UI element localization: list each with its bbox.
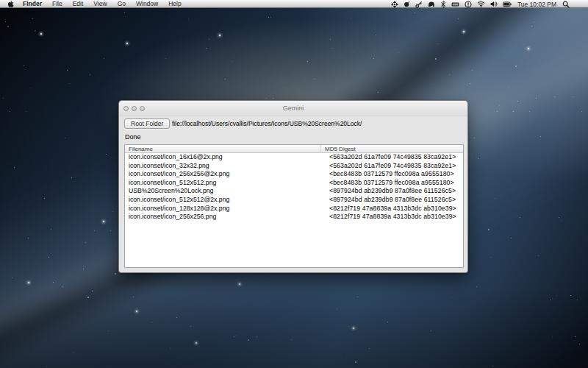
md5-cell: <8212f719 47a8839a 4313b3dc ab310e39> bbox=[329, 205, 456, 213]
menu-bar: Finder File Edit View Go Window Help bbox=[0, 0, 588, 8]
md5-cell: <563a202d 61a7fe09 74c49835 83ca92e1> bbox=[329, 153, 456, 162]
table-row[interactable]: USB%20Screen%20Lock.png<897924bd ab239db… bbox=[125, 187, 463, 196]
menu-item-help[interactable]: Help bbox=[163, 0, 186, 8]
table-row[interactable]: icon.iconset/icon_16x16@2x.png<563a202d … bbox=[125, 153, 463, 162]
md5-cell: <bec8483b 03712579 ffec098a a9555180> bbox=[329, 179, 454, 188]
magnifier-icon bbox=[562, 1, 570, 8]
table-row[interactable]: icon.iconset/icon_512x512@2x.png<897924b… bbox=[125, 196, 463, 205]
table-row[interactable]: icon.iconset/icon_128x128@2x.png<8212f71… bbox=[125, 205, 463, 213]
table-row[interactable]: icon.iconset/icon_512x512.png<bec8483b 0… bbox=[125, 179, 463, 188]
filename-cell: USB%20Screen%20Lock.png bbox=[129, 187, 213, 196]
zoom-button[interactable] bbox=[140, 106, 145, 111]
column-header-md5[interactable]: MD5 Digest bbox=[325, 145, 356, 153]
elephant-icon[interactable] bbox=[428, 1, 435, 8]
menu-item-edit[interactable]: Edit bbox=[68, 0, 89, 8]
menu-item-window[interactable]: Window bbox=[131, 0, 163, 8]
filename-cell: icon.iconset/icon_32x32.png bbox=[129, 162, 209, 171]
key-icon[interactable] bbox=[415, 1, 423, 8]
table-row[interactable]: icon.iconset/icon_256x256.png<8212f719 4… bbox=[125, 213, 463, 222]
md5-cell: <bec8483b 03712579 ffec098a a9555180> bbox=[329, 170, 454, 179]
wifi-icon[interactable] bbox=[477, 1, 485, 7]
sync-arrows-icon[interactable] bbox=[391, 1, 398, 8]
battery-icon[interactable] bbox=[503, 1, 512, 7]
apple-menu[interactable] bbox=[7, 0, 14, 7]
column-divider[interactable] bbox=[320, 145, 320, 153]
close-button[interactable] bbox=[123, 106, 129, 111]
root-folder-button[interactable]: Root Folder bbox=[124, 118, 170, 129]
volume-icon[interactable] bbox=[490, 1, 498, 7]
window-title: Gemini bbox=[119, 101, 467, 116]
table-header: Filename MD5 Digest bbox=[125, 145, 463, 153]
filename-cell: icon.iconset/icon_512x512.png bbox=[129, 179, 216, 188]
md5-cell: <897924bd ab239db9 87a0f8ee 611526c5> bbox=[329, 187, 456, 196]
folder-path-label: file://localhost/Users/cvallis/Pictures/… bbox=[172, 118, 362, 129]
title-bar[interactable]: Gemini bbox=[119, 101, 467, 116]
table-row[interactable]: icon.iconset/icon_32x32.png<563a202d 61a… bbox=[125, 162, 463, 171]
filename-cell: icon.iconset/icon_256x256.png bbox=[129, 213, 216, 222]
file-table: Filename MD5 Digest icon.iconset/icon_16… bbox=[124, 144, 464, 268]
md5-cell: <8212f719 47a8839a 4313b3dc ab310e39> bbox=[329, 213, 456, 222]
filename-cell: icon.iconset/icon_512x512@2x.png bbox=[129, 196, 229, 205]
md5-cell: <563a202d 61a7fe09 74c49835 83ca92e1> bbox=[329, 162, 456, 171]
gemini-window: Gemini Root Folder file://localhost/User… bbox=[118, 100, 468, 273]
menu-item-go[interactable]: Go bbox=[112, 0, 131, 8]
table-row[interactable]: icon.iconset/icon_256x256@2x.png<bec8483… bbox=[125, 170, 463, 179]
menu-item-finder[interactable]: Finder bbox=[18, 0, 47, 8]
menu-item-view[interactable]: View bbox=[88, 0, 112, 8]
spotlight-menu[interactable] bbox=[562, 1, 570, 8]
apple-logo-icon bbox=[7, 0, 14, 7]
md5-cell: <897924bd ab239db9 87a0f8ee 611526c5> bbox=[329, 196, 456, 205]
menu-item-file[interactable]: File bbox=[47, 0, 68, 8]
filename-cell: icon.iconset/icon_128x128@2x.png bbox=[129, 205, 229, 213]
filename-cell: icon.iconset/icon_16x16@2x.png bbox=[129, 153, 223, 162]
menu-extras: Tue 10:02 PM bbox=[391, 0, 570, 8]
display-icon[interactable] bbox=[451, 1, 459, 8]
menu-clock[interactable]: Tue 10:02 PM bbox=[517, 1, 556, 8]
table-body: icon.iconset/icon_16x16@2x.png<563a202d … bbox=[125, 153, 463, 267]
filename-cell: icon.iconset/icon_256x256@2x.png bbox=[129, 170, 229, 179]
status-text: Done bbox=[125, 133, 141, 141]
minimize-button[interactable] bbox=[132, 106, 137, 111]
dot-icon[interactable] bbox=[404, 1, 410, 8]
column-header-filename[interactable]: Filename bbox=[129, 145, 153, 153]
alert-clock-icon[interactable] bbox=[465, 1, 472, 8]
bluetooth-icon[interactable] bbox=[440, 1, 446, 8]
